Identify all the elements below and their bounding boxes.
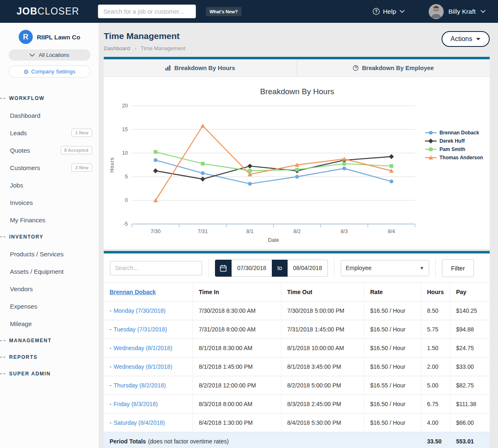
tab-breakdown-by-hours[interactable]: Breakdown By Hours [104, 59, 297, 76]
svg-text:Hours: Hours [109, 157, 115, 173]
group-by-select[interactable]: Employee ▼ [341, 260, 429, 276]
svg-text:Date: Date [268, 237, 279, 243]
cell-rate: $16.55 / Hour [364, 376, 421, 394]
cell-pay: $111.38 [450, 395, 490, 413]
employee-name-link[interactable]: Brennan Doback [110, 289, 156, 295]
page-header: Time Management Dashboard › Time Managem… [104, 23, 490, 51]
section-workflow: WORKFLOW [0, 90, 99, 107]
tab-breakdown-by-employee[interactable]: Breakdown By Employee [297, 59, 490, 76]
line-chart-canvas: Breakdown By Hours20151050-5Hours7/307/3… [104, 77, 490, 249]
date-range-to-label: to [272, 260, 288, 277]
sidebar-item[interactable]: Products / Services [0, 245, 99, 263]
sidebar-item[interactable]: Vendors [0, 280, 99, 297]
timesheet-card: to Employee ▼ Filter Brennan Doback Time… [104, 251, 490, 448]
period-totals-row: Period Totals (does not factor overtime … [104, 432, 490, 448]
day-link[interactable]: Wednesday (8/1/2018) [114, 363, 172, 370]
legend-marker-icon [425, 139, 437, 144]
col-hours: Hours [421, 283, 450, 301]
svg-text:8/4: 8/4 [388, 229, 395, 234]
day-link[interactable]: Thursday (8/2/2018) [114, 382, 166, 389]
svg-text:15: 15 [122, 127, 128, 132]
cell-time-in: 7/31/2018 8:00:00 AM [193, 320, 281, 338]
sidebar-item[interactable]: Assets / Equipment [0, 263, 99, 280]
table-search-input[interactable] [110, 261, 202, 275]
chart-card: Breakdown By Hours Breakdown By Employee… [104, 57, 490, 249]
day-link[interactable]: Wednesday (8/1/2018) [114, 345, 172, 351]
sidebar-item[interactable]: Mileage [0, 315, 99, 332]
section-dash-icon [0, 340, 5, 341]
table-row: -Tuesday (7/31/2018) 7/31/2018 8:00:00 A… [104, 320, 490, 338]
cell-rate: $16.50 / Hour [364, 414, 421, 432]
date-range-picker: to [215, 260, 328, 277]
breadcrumb-dashboard[interactable]: Dashboard [104, 45, 130, 51]
cell-time-out: 7/30/2018 5:00:00 PM [281, 302, 364, 320]
svg-text:8/1: 8/1 [246, 229, 253, 234]
sidebar-item[interactable]: Expenses [0, 297, 99, 315]
cell-pay: $94.88 [450, 320, 490, 338]
legend-item[interactable]: Derek Huff [425, 138, 483, 144]
pie-chart-icon [353, 65, 359, 71]
sidebar-item[interactable]: Quotes 8 Accepted [0, 141, 99, 159]
sidebar-item[interactable]: Jobs [0, 176, 99, 194]
legend-item[interactable]: Pam Smith [425, 146, 483, 152]
help-menu[interactable]: ? Help [373, 8, 405, 15]
cell-time-in: 8/4/2018 1:30:00 PM [193, 414, 281, 432]
legend-marker-icon [425, 147, 437, 152]
table-row: -Saturday (8/4/2018) 8/4/2018 1:30:00 PM… [104, 413, 490, 432]
sidebar-item[interactable]: Invoices [0, 194, 99, 211]
svg-text:7/30: 7/30 [151, 229, 161, 234]
global-search-input[interactable] [98, 5, 196, 18]
sidebar-item[interactable]: Dashboard [0, 107, 99, 124]
sidebar: R RIIPL Lawn Co All Locations ⚙ Company … [0, 23, 99, 448]
cell-pay: $82.75 [450, 376, 490, 394]
help-icon: ? [373, 8, 380, 15]
sidebar-item[interactable]: Leads 1 New [0, 124, 99, 141]
chevron-down-icon [29, 54, 35, 57]
cell-time-out: 8/1/2018 10:00:00 AM [281, 339, 364, 357]
chart-legend: Brennan DobackDerek HuffPam SmithThomas … [425, 130, 483, 161]
legend-item[interactable]: Thomas Anderson [425, 155, 483, 161]
section-dash-icon [0, 357, 5, 358]
legend-marker-icon [425, 130, 437, 135]
sidebar-item[interactable]: Customers 3 New [0, 159, 99, 176]
filter-button[interactable]: Filter [442, 259, 474, 277]
day-link[interactable]: Monday (7/30/2018) [114, 307, 166, 314]
cell-time-in: 8/1/2018 1:45:00 PM [193, 358, 281, 376]
day-link[interactable]: Saturday (8/4/2018) [114, 419, 165, 426]
cell-time-in: 8/3/2018 8:00:00 AM [193, 395, 281, 413]
section-reports[interactable]: REPORTS [0, 349, 99, 365]
legend-item[interactable]: Brennan Doback [425, 130, 483, 136]
all-locations-button[interactable]: All Locations [9, 49, 90, 61]
gear-icon: ⚙ [24, 69, 29, 75]
col-pay: Pay [450, 283, 490, 301]
cell-pay: $24.75 [450, 339, 490, 357]
chart-tabs: Breakdown By Hours Breakdown By Employee [104, 59, 490, 77]
actions-button[interactable]: Actions [442, 31, 490, 47]
section-management[interactable]: MANAGEMENT [0, 332, 99, 349]
section-dash-icon [0, 373, 5, 374]
cell-hours: 8.50 [421, 302, 450, 320]
cell-time-out: 8/4/2018 5:30:00 PM [281, 414, 364, 432]
breadcrumb: Dashboard › Time Management [104, 45, 186, 51]
breadcrumb-current: Time Management [141, 45, 186, 51]
table-body: -Monday (7/30/2018) 7/30/2018 8:30:00 AM… [104, 301, 490, 432]
table-row: -Thursday (8/2/2018) 8/2/2018 12:00:00 P… [104, 376, 490, 394]
app-logo[interactable]: JOBCLOSER [17, 6, 79, 17]
section-super-admin[interactable]: SUPER ADMIN [0, 365, 99, 382]
day-link[interactable]: Tuesday (7/31/2018) [114, 326, 167, 333]
sidebar-item[interactable]: My Finances [0, 211, 99, 229]
calendar-button[interactable] [215, 260, 232, 277]
top-navbar: JOBCLOSER What's New? ? Help Billy Kraft [0, 0, 498, 23]
company-settings-button[interactable]: ⚙ Company Settings [9, 66, 90, 78]
user-menu[interactable]: Billy Kraft [429, 4, 486, 19]
section-dash-icon [0, 98, 5, 99]
filter-date-section: to [208, 258, 334, 278]
timesheet-table: Brennan Doback Time In Time Out Rate Hou… [104, 282, 490, 448]
date-from-input[interactable] [232, 260, 272, 277]
cell-time-in: 7/30/2018 8:30:00 AM [193, 302, 281, 320]
table-row: -Wednesday (8/1/2018) 8/1/2018 8:30:00 A… [104, 338, 490, 357]
sidebar-menu: WORKFLOW Dashboard Leads 1 New Quotes 8 … [0, 90, 99, 382]
date-to-input[interactable] [288, 260, 328, 277]
day-link[interactable]: Friday (8/3/2018) [114, 401, 158, 407]
whats-new-button[interactable]: What's New? [206, 7, 242, 16]
